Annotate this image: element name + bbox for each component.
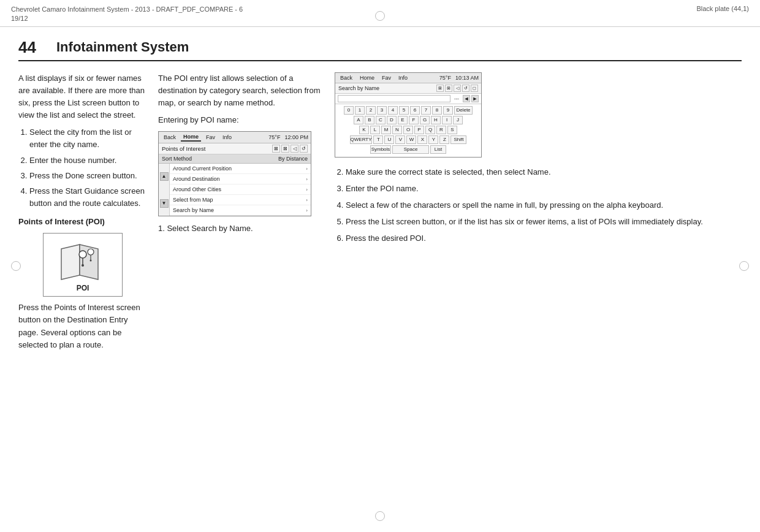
right-step-2: Make sure the correct state is selected,… — [346, 166, 742, 178]
key-8[interactable]: 8 — [432, 106, 442, 115]
key-k[interactable]: K — [359, 126, 369, 134]
screen-scroll-col: ▲ ▼ — [159, 164, 170, 216]
key-i[interactable]: I — [442, 116, 452, 124]
key-y[interactable]: Y — [428, 135, 438, 144]
sbn-back-btn[interactable]: Back — [338, 74, 355, 82]
poi-svg-icon — [55, 240, 110, 281]
list-item-1[interactable]: Around Destination › — [170, 174, 311, 184]
key-f[interactable]: F — [409, 116, 419, 124]
key-qwerty[interactable]: QWERTY — [350, 135, 373, 144]
key-delete[interactable]: Delete — [454, 106, 473, 115]
key-symbols[interactable]: Symbols — [370, 145, 391, 154]
nav-btn-home[interactable]: Home — [181, 133, 201, 142]
key-7[interactable]: 7 — [421, 106, 431, 115]
left-steps-list: Select the city from the list or enter t… — [29, 126, 147, 210]
entering-label: Entering by POI name: — [158, 114, 324, 126]
poi-label: POI — [77, 284, 89, 292]
right-step-5: Press the List screen button, or if the … — [346, 216, 742, 228]
key-r[interactable]: R — [436, 126, 446, 134]
key-1[interactable]: 1 — [355, 106, 365, 115]
key-n[interactable]: N — [392, 126, 402, 134]
key-3[interactable]: 3 — [377, 106, 387, 115]
header-left: Chevrolet Camaro Infotainment System - 2… — [11, 5, 243, 24]
key-u[interactable]: U — [384, 135, 394, 144]
key-m[interactable]: M — [381, 126, 391, 134]
sbn-info-btn[interactable]: Info — [396, 74, 410, 82]
list-item-4[interactable]: Search by Name › — [170, 205, 311, 216]
screen-temp: 75°F — [268, 134, 280, 140]
sbn-key-row-1: A B C D E F G H I J — [337, 116, 479, 124]
arrow-icon-4: › — [306, 208, 308, 213]
key-v[interactable]: V — [395, 135, 405, 144]
mid-intro: The POI entry list allows selection of a… — [158, 72, 324, 109]
key-4[interactable]: 4 — [388, 106, 398, 115]
key-2[interactable]: 2 — [366, 106, 376, 115]
header-title-line1: Chevrolet Camaro Infotainment System - 2… — [11, 5, 243, 14]
key-b[interactable]: B — [365, 116, 374, 124]
screen-icon-1: ⊠ — [272, 145, 280, 153]
key-a[interactable]: A — [354, 116, 363, 124]
sbn-prev-btn[interactable]: ◄ — [463, 95, 470, 102]
cropmark-left — [11, 261, 21, 271]
key-x[interactable]: X — [417, 135, 427, 144]
header-title-line2: 19/12 — [11, 14, 243, 23]
list-item-3[interactable]: Select from Map › — [170, 195, 311, 205]
left-step-3: Press the Done screen button. — [29, 170, 147, 182]
screen-poi-title: Points of Interest — [162, 145, 205, 152]
sbn-input-row: --- ◄ ► — [335, 94, 481, 104]
sbn-key-row-0: 0 1 2 3 4 5 6 7 8 9 Delete — [337, 106, 479, 115]
list-item-0[interactable]: Around Current Position › — [170, 164, 311, 174]
key-c[interactable]: C — [376, 116, 386, 124]
sbn-time: 10:13 AM — [455, 75, 479, 81]
sbn-icon-3: ◁ — [454, 85, 461, 92]
col-mid: The POI entry list allows selection of a… — [158, 72, 324, 356]
key-l[interactable]: L — [370, 126, 380, 134]
key-d[interactable]: D — [387, 116, 397, 124]
key-list[interactable]: List — [430, 145, 446, 154]
sbn-icon-2: ⊠ — [445, 85, 452, 92]
list-item-2[interactable]: Around Other Cities › — [170, 184, 311, 195]
svg-point-5 — [88, 249, 94, 255]
key-6[interactable]: 6 — [410, 106, 420, 115]
nav-btn-info[interactable]: Info — [220, 134, 234, 141]
sbn-fav-btn[interactable]: Fav — [379, 74, 393, 82]
scroll-up-btn[interactable]: ▲ — [160, 172, 169, 181]
key-s[interactable]: S — [447, 126, 457, 134]
arrow-icon-0: › — [306, 166, 308, 172]
key-9[interactable]: 9 — [443, 106, 453, 115]
key-q[interactable]: Q — [425, 126, 435, 134]
key-o[interactable]: O — [403, 126, 413, 134]
sbn-next-btn[interactable]: ► — [471, 95, 479, 102]
key-5[interactable]: 5 — [399, 106, 409, 115]
key-g[interactable]: G — [420, 116, 430, 124]
key-h[interactable]: H — [431, 116, 441, 124]
arrow-icon-3: › — [306, 197, 308, 203]
col-right: Back Home Fav Info 75°F 10:13 AM Search … — [335, 72, 742, 356]
left-step-1: Select the city from the list or enter t… — [29, 126, 147, 151]
key-e[interactable]: E — [398, 116, 408, 124]
page-content: 44 Infotainment System A list displays i… — [0, 27, 760, 362]
key-space[interactable]: Space — [392, 145, 429, 154]
sbn-screen: Back Home Fav Info 75°F 10:13 AM Search … — [335, 72, 482, 158]
page-title-row: 44 Infotainment System — [18, 38, 742, 61]
key-shift[interactable]: Shift — [450, 135, 466, 144]
key-j[interactable]: J — [453, 116, 463, 124]
page-number: 44 — [18, 38, 43, 57]
key-p[interactable]: P — [414, 126, 424, 134]
screen-icon-group: ⊠ ⊠ ◁ ↺ — [272, 145, 308, 153]
screen-nav-bar: Back Home Fav Info 75°F 12:00 PM — [159, 132, 311, 143]
key-w[interactable]: W — [406, 135, 416, 144]
key-t[interactable]: T — [373, 135, 383, 144]
key-0[interactable]: 0 — [344, 106, 354, 115]
scroll-down-btn[interactable]: ▼ — [160, 199, 169, 208]
sbn-icon-1: ⊠ — [436, 85, 444, 92]
nav-btn-fav[interactable]: Fav — [203, 134, 218, 141]
sort-method-label: Sort Method — [162, 156, 192, 162]
left-step-2: Enter the house number. — [29, 154, 147, 167]
nav-btn-back[interactable]: Back — [161, 134, 178, 141]
sbn-text-field[interactable] — [338, 95, 450, 102]
sbn-nav-arrows: ◄ ► — [463, 95, 479, 102]
key-z[interactable]: Z — [439, 135, 449, 144]
sbn-home-btn[interactable]: Home — [357, 74, 377, 82]
poi-heading: Points of Interest (POI) — [18, 216, 147, 228]
